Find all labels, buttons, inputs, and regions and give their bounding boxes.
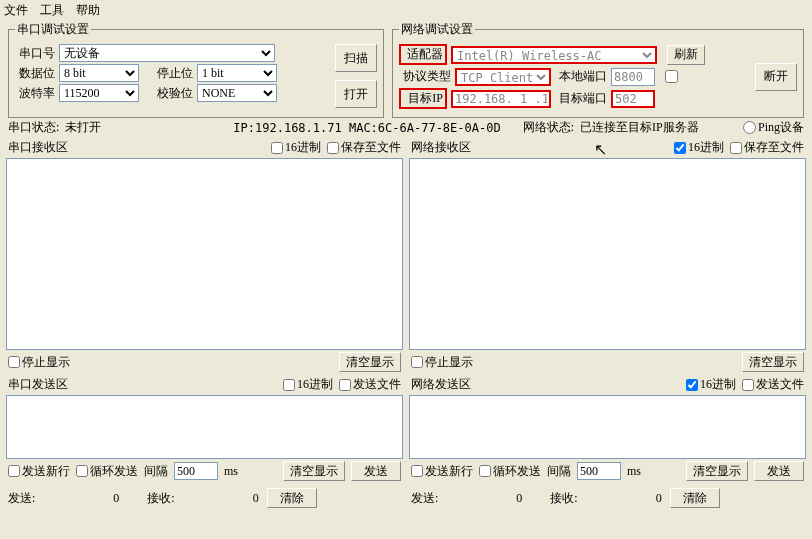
serial-rx-value: 0: [179, 491, 259, 506]
net-status-value: 已连接至目标IP服务器: [580, 119, 699, 136]
net-send-file-checkbox[interactable]: [742, 379, 754, 391]
local-port-input[interactable]: [611, 68, 655, 86]
net-send-hex-checkbox[interactable]: [686, 379, 698, 391]
serial-loop-send-checkbox[interactable]: [76, 465, 88, 477]
baud-label: 波特率: [15, 85, 55, 102]
net-interval-label: 间隔: [547, 463, 571, 480]
serial-send-newline-checkbox[interactable]: [8, 465, 20, 477]
net-tx-label: 发送:: [411, 490, 438, 507]
serial-recv-pane: 串口接收区 16进制 保存至文件 停止显示 清空显示: [6, 137, 403, 374]
parity-label: 校验位: [153, 85, 193, 102]
serial-ms-label: ms: [224, 464, 238, 479]
protocol-select[interactable]: TCP Client: [455, 68, 551, 86]
net-recv-clear-button[interactable]: 清空显示: [742, 352, 804, 372]
serial-send-button[interactable]: 发送: [351, 461, 401, 481]
serial-recv-title: 串口接收区: [8, 139, 68, 156]
port-select[interactable]: 无设备: [59, 44, 275, 62]
net-recv-title: 网络接收区: [411, 139, 471, 156]
target-port-label: 目标端口: [555, 90, 607, 107]
net-send-pane: 网络发送区 16进制 发送文件 发送新行 循环发送 间隔 ms 清空显示 发送 …: [409, 374, 806, 511]
databits-select[interactable]: 8 bit: [59, 64, 139, 82]
protocol-label: 协议类型: [399, 68, 451, 85]
open-button[interactable]: 打开: [335, 80, 377, 108]
net-rx-label: 接收:: [550, 490, 577, 507]
port-label: 串口号: [15, 45, 55, 62]
serial-settings-legend: 串口调试设置: [15, 21, 91, 38]
serial-send-title: 串口发送区: [8, 376, 68, 393]
scan-button[interactable]: 扫描: [335, 44, 377, 72]
ping-radio[interactable]: Ping设备: [743, 119, 804, 136]
stopbits-select[interactable]: 1 bit: [197, 64, 277, 82]
serial-send-pane: 串口发送区 16进制 发送文件 发送新行 循环发送 间隔 ms 清空显示 发送 …: [6, 374, 403, 511]
network-settings-legend: 网络调试设置: [399, 21, 475, 38]
serial-status-label: 串口状态:: [8, 119, 59, 136]
parity-select[interactable]: NONE: [197, 84, 277, 102]
serial-recv-stop-checkbox[interactable]: [8, 356, 20, 368]
net-send-newline-checkbox[interactable]: [411, 465, 423, 477]
databits-label: 数据位: [15, 65, 55, 82]
serial-status-value: 未打开: [65, 119, 101, 136]
target-port-input[interactable]: [611, 90, 655, 108]
local-port-checkbox[interactable]: [665, 70, 678, 83]
refresh-button[interactable]: 刷新: [667, 45, 705, 65]
net-recv-save-checkbox[interactable]: [730, 142, 742, 154]
serial-tx-value: 0: [39, 491, 119, 506]
net-tx-value: 0: [442, 491, 522, 506]
serial-recv-textarea[interactable]: [6, 158, 403, 350]
stopbits-label: 停止位: [153, 65, 193, 82]
serial-tx-label: 发送:: [8, 490, 35, 507]
menu-bar: 文件 工具 帮助: [0, 0, 812, 21]
network-settings-group: 网络调试设置 适配器 Intel(R) Wireless-AC 刷新 协议类型 …: [392, 21, 804, 118]
serial-stats-clear-button[interactable]: 清除: [267, 488, 317, 508]
disconnect-button[interactable]: 断开: [755, 63, 797, 91]
net-status-label: 网络状态:: [523, 119, 574, 136]
serial-interval-label: 间隔: [144, 463, 168, 480]
adapter-label: 适配器: [403, 46, 443, 63]
net-loop-send-checkbox[interactable]: [479, 465, 491, 477]
menu-file[interactable]: 文件: [4, 2, 28, 19]
net-stats-clear-button[interactable]: 清除: [670, 488, 720, 508]
serial-interval-input[interactable]: [174, 462, 218, 480]
target-ip-label: 目标IP: [403, 90, 443, 107]
net-send-textarea[interactable]: [409, 395, 806, 459]
serial-rx-label: 接收:: [147, 490, 174, 507]
serial-send-hex-checkbox[interactable]: [283, 379, 295, 391]
net-send-title: 网络发送区: [411, 376, 471, 393]
net-recv-stop-checkbox[interactable]: [411, 356, 423, 368]
serial-recv-save-checkbox[interactable]: [327, 142, 339, 154]
baud-select[interactable]: 115200: [59, 84, 139, 102]
serial-recv-clear-button[interactable]: 清空显示: [339, 352, 401, 372]
net-recv-pane: 网络接收区 16进制 保存至文件 停止显示 清空显示: [409, 137, 806, 374]
serial-send-textarea[interactable]: [6, 395, 403, 459]
serial-send-clear-button[interactable]: 清空显示: [283, 461, 345, 481]
net-interval-input[interactable]: [577, 462, 621, 480]
menu-help[interactable]: 帮助: [76, 2, 100, 19]
net-recv-hex-checkbox[interactable]: [674, 142, 686, 154]
net-send-clear-button[interactable]: 清空显示: [686, 461, 748, 481]
net-recv-textarea[interactable]: [409, 158, 806, 350]
net-ms-label: ms: [627, 464, 641, 479]
serial-settings-group: 串口调试设置 串口号 无设备 数据位 8 bit 停止位 1 bit 波特率 1…: [8, 21, 384, 118]
ip-mac: IP:192.168.1.71 MAC:6C-6A-77-8E-0A-0D: [233, 121, 500, 135]
menu-tools[interactable]: 工具: [40, 2, 64, 19]
net-rx-value: 0: [582, 491, 662, 506]
adapter-select[interactable]: Intel(R) Wireless-AC: [451, 46, 657, 64]
target-ip-input[interactable]: [451, 90, 551, 108]
serial-recv-hex-checkbox[interactable]: [271, 142, 283, 154]
local-port-label: 本地端口: [555, 68, 607, 85]
serial-send-file-checkbox[interactable]: [339, 379, 351, 391]
net-send-button[interactable]: 发送: [754, 461, 804, 481]
